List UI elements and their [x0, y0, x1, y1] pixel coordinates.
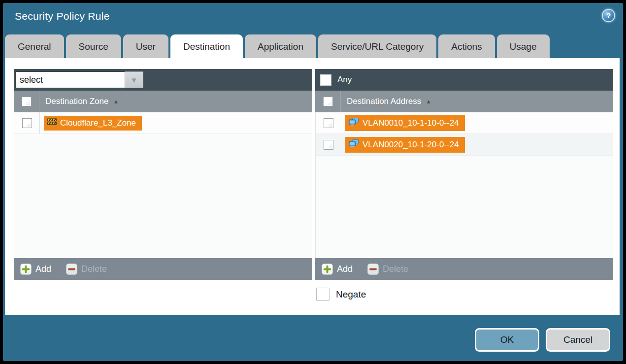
delete-button[interactable]: Delete — [66, 264, 107, 275]
tab-general[interactable]: General — [5, 34, 64, 58]
table-row[interactable]: Cloudflare_L3_Zone — [14, 112, 312, 134]
address-footer: Add Delete — [315, 258, 613, 280]
add-button-label: Add — [337, 264, 353, 274]
destination-address-panel: Any Destination Address ▲ — [315, 69, 613, 280]
zone-select-all-checkbox[interactable] — [22, 97, 32, 106]
row-checkbox-cell — [14, 112, 40, 133]
destination-tab-content: ▼ Destination Zone ▲ — [5, 58, 620, 315]
negate-option: Negate — [316, 288, 366, 301]
page-title: Security Policy Rule — [15, 10, 110, 22]
add-icon — [20, 264, 32, 275]
tab-actions[interactable]: Actions — [438, 34, 494, 58]
zone-filter-input[interactable] — [15, 71, 125, 88]
row-checkbox-cell — [316, 112, 341, 133]
address-object-link[interactable]: VLAN0020_10-1-20-0--24 — [345, 137, 465, 153]
network-address-icon — [349, 139, 359, 150]
address-toolbar: Any — [315, 69, 613, 91]
negate-checkbox[interactable] — [316, 288, 329, 301]
address-column-title: Destination Address — [347, 97, 421, 106]
address-select-all-cell — [315, 91, 341, 112]
address-rows: VLAN0010_10-1-10-0--24 — [315, 112, 613, 258]
negate-label: Negate — [336, 289, 366, 300]
zone-select-all-cell — [14, 91, 39, 112]
security-policy-rule-dialog: Security Policy Rule ? General Source Us… — [3, 3, 623, 361]
sort-ascending-icon[interactable]: ▲ — [426, 98, 431, 105]
help-icon[interactable]: ? — [602, 9, 615, 22]
address-object-label: VLAN0010_10-1-10-0--24 — [362, 118, 459, 128]
delete-icon — [66, 264, 77, 275]
zone-filter-combo: ▼ — [15, 71, 143, 88]
address-select-all-checkbox[interactable] — [323, 97, 333, 106]
any-checkbox[interactable] — [320, 74, 331, 86]
tab-application[interactable]: Application — [245, 34, 316, 58]
row-checkbox-cell — [316, 134, 341, 155]
zone-object-link[interactable]: Cloudflare_L3_Zone — [44, 116, 142, 131]
delete-icon — [367, 264, 379, 275]
destination-zone-panel: ▼ Destination Zone ▲ — [14, 69, 312, 280]
zone-toolbar: ▼ — [14, 69, 312, 91]
tab-source[interactable]: Source — [66, 34, 121, 58]
chevron-down-icon: ▼ — [131, 76, 138, 84]
row-checkbox[interactable] — [324, 118, 333, 128]
zone-column-label: Destination Zone ▲ — [45, 97, 119, 106]
tab-service-url-category[interactable]: Service/URL Category — [318, 34, 436, 58]
row-checkbox[interactable] — [22, 118, 32, 128]
address-object-link[interactable]: VLAN0010_10-1-10-0--24 — [345, 115, 465, 131]
address-object-label: VLAN0020_10-1-20-0--24 — [362, 140, 459, 150]
table-row[interactable]: VLAN0020_10-1-20-0--24 — [316, 134, 613, 156]
tab-bar: General Source User Destination Applicat… — [5, 34, 550, 58]
address-column-header: Destination Address ▲ — [315, 91, 613, 112]
address-column-label: Destination Address ▲ — [347, 97, 431, 106]
row-checkbox[interactable] — [324, 140, 333, 150]
sort-ascending-icon[interactable]: ▲ — [113, 98, 119, 105]
delete-button-label: Delete — [81, 264, 107, 274]
tab-destination[interactable]: Destination — [170, 34, 243, 58]
add-icon — [322, 264, 333, 275]
zone-column-title: Destination Zone — [45, 97, 109, 106]
ok-button[interactable]: OK — [475, 328, 539, 352]
zone-rows: Cloudflare_L3_Zone — [14, 112, 312, 258]
tab-user[interactable]: User — [123, 34, 168, 58]
add-button[interactable]: Add — [20, 264, 51, 275]
network-address-icon — [349, 118, 359, 129]
delete-button[interactable]: Delete — [367, 264, 408, 275]
zone-icon — [47, 118, 57, 128]
add-button-label: Add — [35, 264, 51, 274]
zone-footer: Add Delete — [14, 258, 312, 280]
add-button[interactable]: Add — [322, 264, 353, 275]
tab-usage[interactable]: Usage — [497, 34, 550, 58]
zone-object-label: Cloudflare_L3_Zone — [60, 118, 136, 128]
table-row[interactable]: VLAN0010_10-1-10-0--24 — [316, 112, 613, 134]
delete-button-label: Delete — [383, 264, 408, 274]
zone-column-header: Destination Zone ▲ — [14, 91, 312, 112]
cancel-button[interactable]: Cancel — [546, 328, 610, 352]
zone-filter-dropdown-button[interactable]: ▼ — [125, 71, 143, 88]
any-label: Any — [337, 75, 352, 85]
